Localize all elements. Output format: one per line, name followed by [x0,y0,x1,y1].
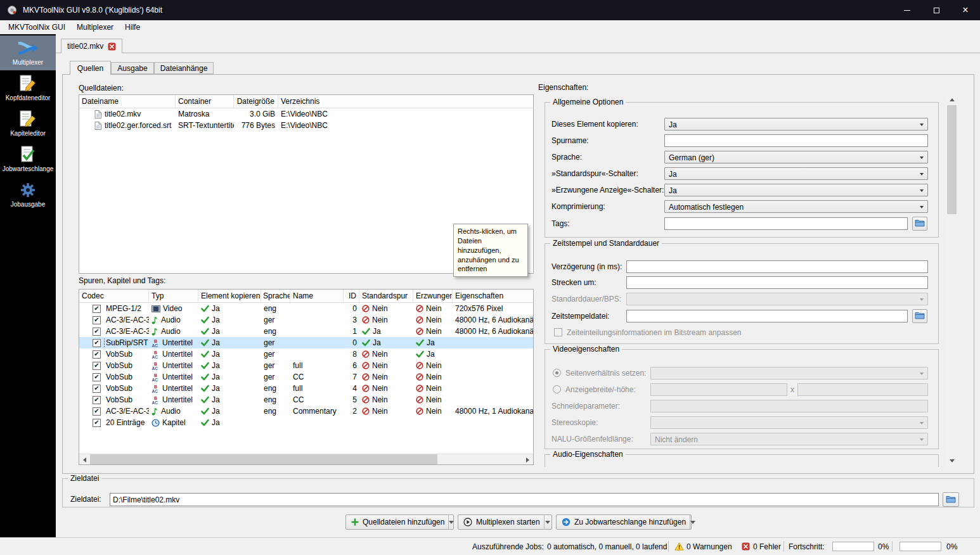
tab-ausgabe[interactable]: Ausgabe [111,62,154,74]
maximize-button[interactable] [922,0,951,20]
track-row[interactable]: ✔AC-3/E-AC-3AudioJaeng1JaNein48000 Hz, 6… [79,326,533,337]
tags-input[interactable] [664,217,908,230]
track-row[interactable]: ✔VobSubBACUntertitelJager8NeinJa [79,348,533,360]
track-copy-label: Ja [212,361,220,370]
track-checkbox[interactable]: ✔ [93,339,101,347]
add-to-job-queue-button[interactable]: Zu Jobwarteschlange hinzufügen [556,514,692,530]
sidebar-item-kapiteleditor[interactable]: Kapiteleditor [0,106,56,141]
start-multiplexing-button[interactable]: Multiplexen starten [458,514,552,530]
stretch-input[interactable] [626,276,928,289]
timestamp-file-browse-button[interactable] [912,309,927,323]
track-checkbox[interactable]: ✔ [93,316,101,324]
add-source-files-menu-arrow[interactable] [448,515,454,529]
tab-title02-mkv[interactable]: title02.mkv [61,39,122,53]
chevron-down-icon [920,124,924,126]
subtitles-icon: BAC [152,339,160,347]
tabbar-divider [56,53,980,53]
add-source-files-button[interactable]: Quelldateien hinzufügen [345,514,454,530]
statusbar-separator [668,541,669,552]
track-checkbox[interactable]: ✔ [93,373,101,381]
destination-browse-button[interactable] [943,492,959,507]
track-checkbox[interactable]: ✔ [93,328,101,336]
track-copy-label: Ja [212,395,220,404]
source-file-row[interactable]: title02.ger.forced.srtSRT-Textuntertitel… [79,120,533,131]
track-checkbox[interactable]: ✔ [93,362,101,370]
track-checkbox[interactable]: ✔ [93,396,101,404]
close-tab-icon[interactable] [108,42,116,51]
scroll-right-icon[interactable] [522,454,533,465]
track-row[interactable]: ✔AC-3/E-AC-3AudioJager3NeinNein48000 Hz,… [79,314,533,326]
menu-multiplexer[interactable]: Multiplexer [71,21,119,34]
group-title: Zeitstempel und Standarddauer [550,239,662,248]
folder-icon [915,219,925,229]
compression-combo[interactable]: Automatisch festlegen [664,200,928,213]
track-row[interactable]: ✔MPEG-1/2VideoJaeng0NeinNein720x576 Pixe… [79,303,533,314]
close-button[interactable]: × [951,0,980,20]
no-icon [416,328,423,335]
progress-bar-total [899,542,941,551]
track-row[interactable]: ✔SubRip/SRTBACUntertitelJager0JaJa [79,337,533,348]
track-copy-label: Ja [212,338,220,347]
track-codec-cell: ✔AC-3/E-AC-3 [79,327,149,336]
scroll-up-icon[interactable] [946,94,957,105]
sidebar-item-multiplexer[interactable]: Multiplexer [0,35,56,70]
default-track-combo[interactable]: Ja [664,167,928,180]
track-row[interactable]: ✔AC-3/E-AC-3AudioJaengCommentary2NeinNei… [79,405,533,417]
track-row[interactable]: ✔VobSubBACUntertitelJagerCC7NeinNein [79,371,533,383]
yes-icon [362,328,370,335]
menu-mkvtoolnix-gui[interactable]: MKVToolNix GUI [3,21,71,34]
source-file-row[interactable]: title02.mkvMatroska3.0 GiBE:\Video\NBC [79,108,533,120]
track-checkbox[interactable]: ✔ [93,385,101,393]
menu-hilfe[interactable]: Hilfe [119,21,146,34]
scrollbar-thumb[interactable] [90,454,437,464]
delay-input[interactable] [626,260,928,273]
tags-browse-button[interactable] [912,217,927,231]
tags-label: Tags: [551,219,570,228]
track-name-input[interactable] [664,134,928,147]
compression-label: Komprimierung: [551,202,605,211]
track-forced-label: Nein [426,316,442,324]
menubar: MKVToolNix GUI Multiplexer Hilfe [0,20,980,34]
track-row[interactable]: ✔VobSubBACUntertitelJaengCC5NeinNein [79,394,533,405]
tab-quellen[interactable]: Quellen [70,61,111,75]
fix-bitstream-timing-checkbox [554,328,562,336]
add-to-job-queue-menu-arrow[interactable] [690,515,695,529]
track-row[interactable]: ✔VobSubBACUntertitelJaengfull4NeinNein [79,383,533,394]
track-copy-cell: Ja [198,361,261,370]
track-row[interactable]: ✔20 EinträgeKapitelJa [79,417,533,428]
scroll-down-icon[interactable] [946,456,957,466]
track-checkbox[interactable]: ✔ [93,350,101,359]
file-directory-cell: E:\Video\NBC [278,121,533,130]
tracks-horizontal-scrollbar[interactable] [79,454,533,464]
default-track-label: »Standardspur«-Schalter: [551,169,638,178]
yes-icon [416,350,424,358]
track-checkbox[interactable]: ✔ [93,305,101,313]
no-icon [416,305,423,312]
scroll-left-icon[interactable] [79,454,90,465]
copy-element-combo[interactable]: Ja [664,118,928,131]
sidebar-item-jobwarteschlange[interactable]: Jobwarteschlange [0,142,56,177]
track-name-cell: CC [290,395,344,404]
forced-display-combo[interactable]: Ja [664,184,928,196]
language-combo[interactable]: German (ger) [664,151,928,163]
track-default-cell: Ja [359,327,413,336]
properties-vertical-scrollbar[interactable] [946,94,957,466]
tab-dateianhaenge[interactable]: Dateianhänge [154,62,214,74]
timestamp-file-input[interactable] [626,310,908,322]
file-name-text: title02.mkv [105,110,141,118]
sidebar-item-jobausgabe[interactable]: Jobausgabe [0,177,56,212]
properties-heading: Eigenschaften: [538,83,588,92]
track-properties-cell: 48000 Hz, 6 Audiokanäle [453,327,533,336]
timestamps-group: Zeitstempel und Standarddauer Verzögerun… [545,243,939,344]
scrollbar-thumb[interactable] [947,105,957,214]
minimize-button[interactable] [893,0,922,20]
sidebar-item-kopfdateneditor[interactable]: Kopfdateneditor [0,71,56,106]
track-language-cell: ger [261,350,290,359]
track-row[interactable]: ✔VobSubBACUntertitelJagerfull6NeinNein [79,360,533,371]
start-multiplexing-menu-arrow[interactable] [544,515,551,529]
track-checkbox[interactable]: ✔ [93,419,101,427]
destination-input[interactable] [110,493,939,506]
track-default-label: Nein [372,373,388,381]
track-checkbox[interactable]: ✔ [93,407,101,416]
track-copy-label: Ja [212,407,220,416]
